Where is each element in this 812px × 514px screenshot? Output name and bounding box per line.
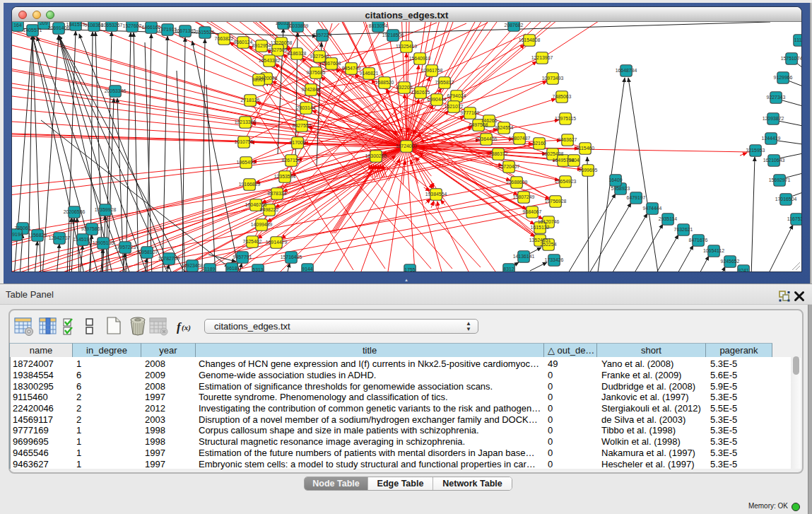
svg-text:1621072: 1621072	[445, 104, 464, 109]
svg-text:12213369: 12213369	[235, 119, 257, 124]
svg-text:1244419: 1244419	[762, 136, 781, 141]
svg-text:1010755: 1010755	[235, 139, 254, 144]
svg-text:9804: 9804	[568, 158, 579, 163]
svg-text:18724007: 18724007	[396, 144, 418, 148]
svg-text:9777169: 9777169	[461, 110, 480, 115]
svg-text:20364436: 20364436	[476, 136, 498, 141]
svg-text:16914479: 16914479	[266, 240, 288, 245]
svg-text:12975115: 12975115	[555, 116, 576, 121]
svg-text:9144: 9144	[302, 267, 312, 271]
svg-text:15716485: 15716485	[281, 255, 302, 259]
svg-text:3624554: 3624554	[495, 125, 514, 130]
svg-text:98901: 98901	[252, 77, 265, 82]
svg-text:10958107: 10958107	[136, 250, 158, 255]
svg-text:19384554: 19384554	[425, 192, 447, 197]
svg-text:10973493: 10973493	[542, 76, 564, 81]
svg-text:6794024: 6794024	[447, 93, 466, 98]
svg-text:252254: 252254	[541, 242, 557, 247]
svg-text:16046766: 16046766	[245, 202, 267, 207]
svg-text:16154808: 16154808	[519, 37, 541, 42]
svg-text:9474444: 9474444	[643, 206, 662, 211]
svg-text:7515526: 7515526	[196, 30, 215, 35]
svg-text:19218506: 19218506	[382, 33, 404, 37]
svg-text:5313: 5313	[252, 267, 263, 271]
svg-text:62160: 62160	[532, 141, 546, 146]
svg-text:9699695: 9699695	[579, 168, 598, 173]
svg-text:7663822: 7663822	[215, 36, 234, 41]
svg-text:1362615: 1362615	[411, 90, 430, 95]
svg-text:7632621: 7632621	[674, 227, 693, 232]
svg-text:16648784: 16648784	[616, 68, 637, 73]
svg-text:20053346: 20053346	[105, 88, 126, 93]
svg-text:1189: 1189	[205, 267, 216, 271]
svg-text:8471676: 8471676	[689, 238, 708, 243]
svg-text:8660124: 8660124	[234, 40, 253, 45]
svg-text:6479197: 6479197	[627, 195, 646, 200]
svg-text:1145194: 1145194	[73, 237, 92, 242]
svg-text:9146821: 9146821	[360, 71, 379, 76]
svg-text:2935114: 2935114	[659, 216, 677, 221]
svg-text:10688609: 10688609	[506, 180, 528, 185]
svg-text:9327503: 9327503	[269, 47, 288, 52]
svg-text:164: 164	[13, 23, 22, 28]
svg-text:5958923: 5958923	[611, 186, 630, 191]
svg-text:8267150: 8267150	[282, 158, 301, 163]
svg-text:10654112: 10654112	[703, 248, 724, 253]
svg-text:17016504: 17016504	[775, 197, 797, 201]
svg-text:7625402: 7625402	[243, 239, 262, 244]
svg-text:9684067: 9684067	[523, 209, 542, 214]
svg-text:19654923: 19654923	[555, 179, 577, 184]
svg-text:15807249: 15807249	[513, 194, 535, 199]
svg-text:16210643: 16210643	[763, 158, 785, 163]
svg-text:10025438: 10025438	[542, 151, 564, 156]
svg-text:14136141: 14136141	[513, 254, 535, 259]
svg-text:9241: 9241	[738, 268, 748, 271]
svg-text:2718126: 2718126	[241, 98, 260, 103]
svg-text:6990444: 6990444	[428, 97, 447, 102]
svg-text:2087682: 2087682	[505, 23, 524, 28]
svg-text:10653267: 10653267	[101, 23, 123, 28]
svg-text:9245652: 9245652	[721, 259, 740, 264]
svg-text:7357224: 7357224	[313, 33, 332, 37]
svg-text:1112: 1112	[794, 37, 801, 42]
svg-text:7955812: 7955812	[435, 80, 454, 85]
svg-text:1588520: 1588520	[375, 80, 394, 85]
svg-text:12213967: 12213967	[531, 55, 553, 60]
svg-text:10807487: 10807487	[509, 136, 531, 141]
svg-text:6497568: 6497568	[469, 122, 488, 127]
svg-text:209: 209	[40, 22, 48, 25]
svg-text:13226058: 13226058	[271, 40, 293, 45]
svg-text:20206536: 20206536	[64, 209, 86, 214]
svg-text:7386372: 7386372	[489, 151, 508, 156]
svg-text:8813054: 8813054	[369, 23, 388, 28]
svg-text:8498222: 8498222	[260, 207, 279, 212]
svg-text:1156829: 1156829	[28, 233, 47, 238]
svg-text:735061: 735061	[15, 226, 31, 230]
svg-text:16543382: 16543382	[259, 58, 281, 63]
svg-text:15720407: 15720407	[498, 164, 520, 169]
svg-text:15751074: 15751074	[781, 56, 801, 61]
svg-text:3215953: 3215953	[746, 148, 765, 153]
svg-text:11325419: 11325419	[396, 44, 417, 49]
svg-text:12905135: 12905135	[93, 240, 114, 245]
svg-text:12353594: 12353594	[274, 174, 296, 179]
svg-text:9115460: 9115460	[576, 146, 594, 151]
svg-text:9327546: 9327546	[310, 54, 329, 59]
svg-text:12093872: 12093872	[763, 116, 784, 121]
svg-text:917006: 917006	[290, 140, 306, 145]
svg-text:8312: 8312	[503, 267, 514, 271]
svg-text:8427552: 8427552	[293, 123, 312, 128]
svg-text:9129966: 9129966	[774, 75, 793, 80]
svg-text:2367608: 2367608	[322, 61, 341, 66]
svg-text:746266: 746266	[481, 118, 498, 123]
svg-text:16671385: 16671385	[175, 28, 196, 33]
svg-text:1841519: 1841519	[66, 22, 86, 27]
svg-text:8186328: 8186328	[288, 51, 307, 56]
svg-text:12923468: 12923468	[182, 263, 204, 268]
svg-text:9463627: 9463627	[558, 137, 577, 142]
svg-text:1405571: 1405571	[23, 28, 42, 33]
svg-text:16033809: 16033809	[287, 23, 309, 28]
svg-text:16782759: 16782759	[158, 256, 180, 261]
svg-text:14099489: 14099489	[251, 222, 273, 227]
svg-text:39194: 39194	[12, 232, 23, 237]
